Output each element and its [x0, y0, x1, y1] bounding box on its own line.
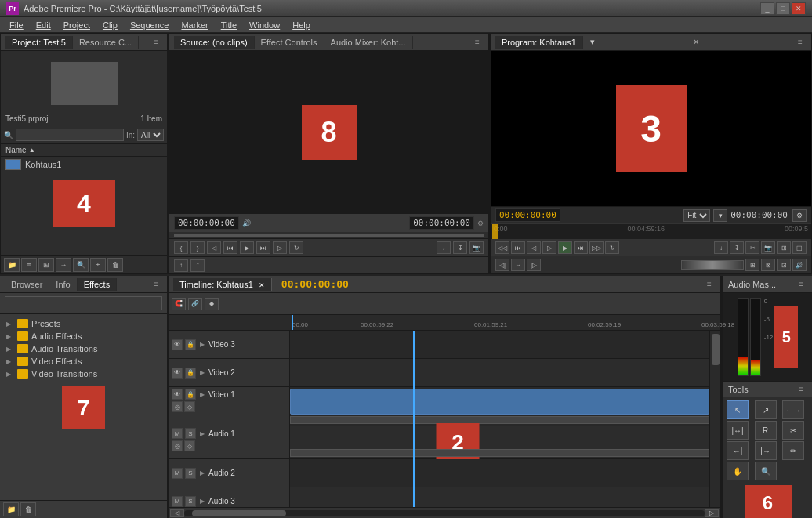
effects-panel-menu[interactable]: ≡: [150, 278, 162, 291]
menu-marker[interactable]: Marker: [175, 19, 214, 31]
video1-clip[interactable]: [290, 389, 709, 415]
snap-button[interactable]: 🧲: [172, 298, 186, 310]
new-bin-button[interactable]: 📁: [4, 258, 20, 272]
prog-extra7[interactable]: 🔊: [792, 259, 807, 271]
project-item-kohtaus1[interactable]: Kohtaus1: [1, 157, 167, 172]
track-lock-video1[interactable]: 🔒: [185, 389, 196, 400]
track-eye-video3[interactable]: 👁: [172, 339, 183, 350]
track-eye-video2[interactable]: 👁: [172, 368, 183, 379]
vscrollbar-thumb[interactable]: [712, 334, 720, 365]
track-expand-audio2[interactable]: ▶: [198, 469, 206, 477]
tree-item-video-effects[interactable]: ▶ Video Effects: [0, 355, 167, 368]
prog-shuttle-right[interactable]: ▷▷: [589, 241, 604, 254]
step-fwd-button[interactable]: ⏭: [256, 241, 270, 254]
menu-clip[interactable]: Clip: [96, 19, 124, 31]
track-expand-video3[interactable]: ▶: [198, 341, 206, 349]
tree-item-audio-transitions[interactable]: ▶ Audio Transitions: [0, 342, 167, 355]
source-timecode-right[interactable]: 00:00:00:00: [409, 216, 474, 230]
timeline-panel-menu[interactable]: ≡: [703, 278, 716, 291]
automate-button[interactable]: →: [56, 258, 71, 272]
tab-source[interactable]: Source: (no clips): [174, 36, 255, 49]
track-solo-audio1[interactable]: S: [185, 428, 196, 439]
in-select[interactable]: All: [137, 129, 164, 141]
program-panel-menu2[interactable]: ≡: [794, 36, 807, 49]
loop-button[interactable]: ↻: [289, 241, 303, 254]
menu-window[interactable]: Window: [243, 19, 286, 31]
export-frame-button[interactable]: 📷: [469, 241, 484, 254]
track-solo-audio2[interactable]: S: [185, 468, 196, 479]
tool-pen[interactable]: ✏: [782, 441, 804, 460]
track-mute-audio2[interactable]: M: [172, 468, 183, 479]
tab-browser[interactable]: Browser: [5, 278, 49, 291]
track-mute-audio1[interactable]: M: [172, 428, 183, 439]
tab-effect-controls[interactable]: Effect Controls: [255, 36, 324, 49]
program-panel-menu[interactable]: ✕: [690, 36, 702, 49]
tab-info[interactable]: Info: [49, 278, 77, 291]
tab-program[interactable]: Program: Kohtaus1: [495, 36, 583, 49]
program-timecode[interactable]: 00:00:00:00: [495, 208, 560, 222]
timeline-ruler[interactable]: 00:00 00:00:59:22 00:01:59:21 00:02:59:1…: [169, 315, 720, 331]
tree-item-video-transitions[interactable]: ▶ Video Transitions: [0, 368, 167, 380]
prog-safe[interactable]: ⊞: [777, 241, 791, 254]
program-settings-btn[interactable]: ⚙: [792, 209, 807, 222]
overwrite-button[interactable]: ↧: [453, 241, 467, 254]
track-mute-audio3[interactable]: M: [172, 496, 183, 507]
find-button[interactable]: 🔍: [73, 258, 89, 272]
fit-dropdown-btn[interactable]: ▾: [713, 209, 727, 222]
extract-button[interactable]: ⤒: [190, 259, 205, 272]
hscroll-right-btn[interactable]: ▷: [705, 509, 719, 517]
track-lane-audio3[interactable]: [290, 487, 709, 507]
timeline-hscrollbar[interactable]: ◁ ▷: [169, 507, 720, 518]
program-scrubber[interactable]: 0:00 00:04:59:16 00:09:5: [491, 223, 811, 239]
prog-go-out[interactable]: ▷: [542, 241, 556, 254]
tab-audio-mixer[interactable]: Audio Mixer: Koht...: [324, 36, 413, 49]
track-solo-audio3[interactable]: S: [185, 496, 196, 507]
new-custom-bin-button[interactable]: 📁: [3, 502, 19, 516]
track-expand-audio3[interactable]: ▶: [198, 498, 206, 505]
play-button[interactable]: ▶: [240, 241, 254, 254]
prog-extra2[interactable]: ↔: [511, 259, 525, 271]
menu-sequence[interactable]: Sequence: [124, 19, 176, 31]
prog-extra5[interactable]: ⊠: [761, 259, 775, 271]
icon-view-button[interactable]: ⊞: [38, 258, 54, 272]
track-eye-video1[interactable]: 👁: [172, 389, 183, 400]
tab-project[interactable]: Project: Testi5: [5, 36, 73, 49]
menu-file[interactable]: File: [3, 19, 30, 31]
minimize-button[interactable]: _: [760, 2, 774, 15]
prog-trim[interactable]: ✂: [745, 241, 759, 254]
insert-button[interactable]: ↓: [437, 241, 451, 254]
go-in-button[interactable]: ◁: [207, 241, 221, 254]
track-sync-video1[interactable]: ◎: [172, 401, 183, 412]
tab-resource[interactable]: Resource C...: [73, 36, 139, 49]
track-sync-audio1[interactable]: ◎: [172, 440, 183, 451]
timeline-timecode[interactable]: 00:00:00:00: [281, 278, 349, 290]
new-item-button[interactable]: +: [90, 258, 106, 272]
source-timecode-left[interactable]: 00:00:00:00: [174, 216, 239, 230]
maximize-button[interactable]: □: [776, 2, 790, 15]
prog-go-in[interactable]: ◁: [527, 241, 541, 254]
track-lane-audio1[interactable]: 2: [290, 426, 709, 459]
effects-search-input[interactable]: [5, 296, 162, 310]
prog-overwrite[interactable]: ↧: [730, 241, 744, 254]
timeline-vscrollbar[interactable]: [709, 331, 720, 507]
tool-zoom[interactable]: 🔍: [755, 462, 777, 480]
track-extra-video1[interactable]: ◇: [184, 401, 195, 412]
project-search-input[interactable]: [16, 129, 124, 141]
tool-track-select[interactable]: ↗: [755, 400, 777, 419]
close-button[interactable]: ✕: [792, 2, 806, 15]
track-lock-video2[interactable]: 🔒: [185, 368, 196, 379]
go-out-button[interactable]: ▷: [273, 241, 287, 254]
tools-tab-label[interactable]: Tools: [728, 385, 749, 394]
track-expand-video2[interactable]: ▶: [198, 369, 206, 377]
prog-shuttle-left[interactable]: ◁◁: [495, 241, 509, 254]
audio-master-tab[interactable]: Audio Mas...: [728, 280, 776, 289]
list-view-button[interactable]: ≡: [21, 258, 37, 272]
delete-effect-button[interactable]: 🗑: [20, 502, 36, 516]
track-lock-video3[interactable]: 🔒: [185, 339, 196, 350]
prog-compare[interactable]: ◫: [792, 241, 807, 254]
timeline-close-icon[interactable]: ✕: [259, 281, 265, 289]
menu-edit[interactable]: Edit: [30, 19, 57, 31]
menu-help[interactable]: Help: [286, 19, 317, 31]
prog-extra3[interactable]: |▷: [527, 259, 541, 271]
fit-select[interactable]: Fit: [683, 209, 710, 222]
